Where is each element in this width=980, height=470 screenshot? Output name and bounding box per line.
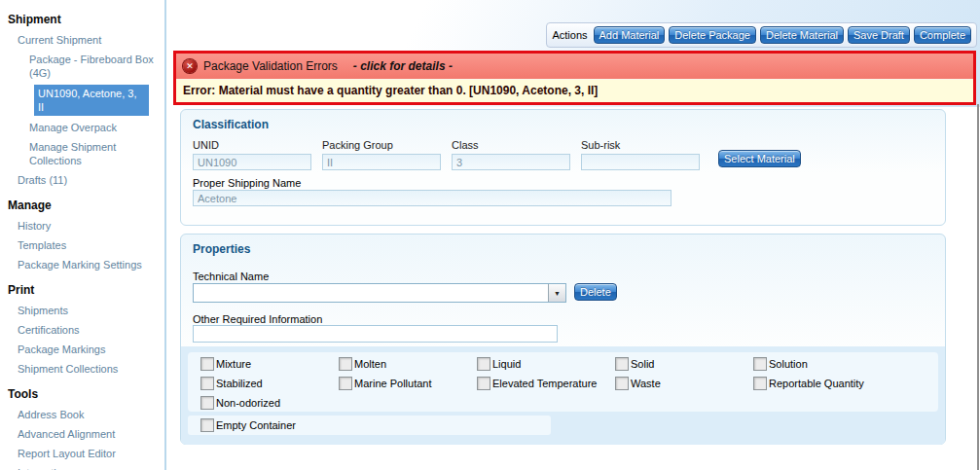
stabilized-checkbox[interactable] bbox=[200, 377, 214, 390]
sidebar-item-package-marking-settings[interactable]: Package Marking Settings bbox=[0, 255, 164, 274]
empty-container-row: Empty Container bbox=[188, 416, 551, 435]
field-unid: UNID bbox=[193, 139, 311, 170]
delete-package-button[interactable]: Delete Package bbox=[669, 26, 756, 44]
classification-fields: UNIDPacking GroupClassSub-risk bbox=[181, 110, 945, 225]
main-content: Actions Add MaterialDelete PackageDelete… bbox=[168, 0, 980, 470]
checkbox-label: Stabilized bbox=[216, 378, 263, 389]
chevron-down-icon[interactable]: ▼ bbox=[548, 284, 565, 302]
technical-name-select[interactable]: ▼ bbox=[193, 283, 566, 303]
mixture-checkbox[interactable] bbox=[200, 357, 214, 371]
packing-group-input bbox=[322, 154, 441, 170]
checkbox-label: Waste bbox=[631, 378, 661, 389]
sidebar-item-history[interactable]: History bbox=[0, 216, 164, 235]
proper-shipping-name-label: Proper Shipping Name bbox=[193, 177, 301, 189]
checkbox-label: Mixture bbox=[216, 358, 251, 370]
window-edge bbox=[977, 104, 979, 470]
technical-name-input[interactable] bbox=[194, 284, 548, 302]
waste-checkbox[interactable] bbox=[615, 377, 629, 390]
complete-button[interactable]: Complete bbox=[914, 26, 971, 44]
sidebar-item-package-markings[interactable]: Package Markings bbox=[0, 340, 164, 359]
save-draft-button[interactable]: Save Draft bbox=[848, 26, 910, 44]
checkbox-label: Elevated Temperature bbox=[492, 378, 597, 389]
properties-checkbox-area: MixtureMoltenLiquidSolidSolutionStabiliz… bbox=[181, 346, 945, 445]
checkbox-label: Molten bbox=[354, 358, 386, 370]
sidebar-item-drafts-11[interactable]: Drafts (11) bbox=[0, 170, 164, 190]
checkbox-item-non-odorized: Non-odorized bbox=[200, 396, 339, 410]
empty-container-checkbox[interactable] bbox=[200, 418, 214, 432]
select-material-button[interactable]: Select Material bbox=[718, 150, 801, 167]
sub-risk-input bbox=[581, 154, 700, 170]
checkbox-item-molten: Molten bbox=[339, 357, 477, 371]
checkbox-item-marine-pollutant: Marine Pollutant bbox=[339, 377, 477, 390]
sidebar-section-tools: Tools bbox=[0, 379, 164, 405]
checkbox-item-elevated-temperature: Elevated Temperature bbox=[477, 377, 615, 390]
field-label: Sub-risk bbox=[581, 139, 700, 151]
checkbox-item-waste: Waste bbox=[615, 377, 753, 390]
proper-shipping-name-input bbox=[193, 190, 671, 206]
field-label: Packing Group bbox=[322, 139, 441, 151]
delete-material-button[interactable]: Delete Material bbox=[760, 26, 844, 44]
molten-checkbox[interactable] bbox=[339, 357, 352, 371]
checkbox-grid: MixtureMoltenLiquidSolidSolutionStabiliz… bbox=[200, 354, 891, 413]
checkbox-item-stabilized: Stabilized bbox=[200, 377, 339, 390]
checkbox-item-solution: Solution bbox=[753, 357, 891, 371]
unid-input bbox=[193, 154, 311, 170]
field-packing-group: Packing Group bbox=[322, 139, 441, 170]
actions-label: Actions bbox=[552, 29, 587, 41]
sidebar-item-current-shipment[interactable]: Current Shipment bbox=[0, 30, 164, 50]
sidebar-item-address-book[interactable]: Address Book bbox=[0, 405, 164, 424]
sidebar-item-advanced-alignment[interactable]: Advanced Alignment bbox=[0, 424, 164, 444]
non-odorized-checkbox[interactable] bbox=[200, 396, 214, 410]
sidebar-item-manage-overpack[interactable]: Manage Overpack bbox=[0, 118, 164, 137]
checkbox-item-liquid: Liquid bbox=[477, 357, 615, 371]
add-material-button[interactable]: Add Material bbox=[594, 26, 666, 44]
other-required-info-input[interactable] bbox=[193, 325, 558, 343]
checkbox-label: Non-odorized bbox=[216, 397, 280, 409]
technical-name-label: Technical Name bbox=[193, 271, 269, 282]
properties-panel: Properties Technical Name ▼ Delete Other… bbox=[180, 234, 946, 445]
error-message: Error: Material must have a quantity gre… bbox=[176, 80, 973, 102]
other-required-info-label: Other Required Information bbox=[193, 313, 322, 325]
checkbox-item-reportable-quantity: Reportable Quantity bbox=[753, 377, 891, 390]
sidebar-item-report-layout-editor[interactable]: Report Layout Editor bbox=[0, 444, 164, 463]
error-x-circle-icon: ✕ bbox=[183, 59, 197, 73]
sidebar-section-manage: Manage bbox=[0, 190, 164, 216]
error-banner-header[interactable]: ✕ Package Validation Errors - click for … bbox=[176, 54, 973, 80]
classification-panel: Classification UNIDPacking GroupClassSub… bbox=[180, 109, 946, 226]
delete-button[interactable]: Delete bbox=[574, 283, 617, 301]
field-label: UNID bbox=[193, 139, 311, 151]
marine-pollutant-checkbox[interactable] bbox=[339, 377, 352, 390]
properties-title: Properties bbox=[193, 242, 250, 256]
sidebar-item-templates[interactable]: Templates bbox=[0, 235, 164, 255]
sidebar-section-shipment: Shipment bbox=[0, 4, 164, 30]
checkbox-item-mixture: Mixture bbox=[200, 357, 339, 371]
class-input bbox=[452, 154, 570, 170]
error-banner[interactable]: ✕ Package Validation Errors - click for … bbox=[173, 51, 976, 105]
checkbox-label: Reportable Quantity bbox=[769, 378, 864, 389]
sidebar-item-un1090-acetone-3-ii[interactable]: UN1090, Acetone, 3, II bbox=[34, 85, 149, 116]
checkbox-group-background: MixtureMoltenLiquidSolidSolutionStabiliz… bbox=[188, 352, 938, 412]
checkbox-label: Marine Pollutant bbox=[354, 378, 432, 389]
sidebar-item-certifications[interactable]: Certifications bbox=[0, 320, 164, 340]
sidebar-item-integration[interactable]: Integration bbox=[0, 463, 164, 470]
checkbox-label: Solid bbox=[631, 358, 654, 370]
solution-checkbox[interactable] bbox=[753, 357, 767, 371]
application-window: ShipmentCurrent ShipmentPackage - Fibreb… bbox=[0, 0, 980, 470]
elevated-temperature-checkbox[interactable] bbox=[477, 377, 490, 390]
field-class: Class bbox=[452, 139, 570, 170]
error-banner-details-link[interactable]: - click for details - bbox=[353, 59, 453, 73]
sidebar-item-shipments[interactable]: Shipments bbox=[0, 301, 164, 320]
reportable-quantity-checkbox[interactable] bbox=[753, 377, 767, 390]
sidebar-item-package-fibreboard-box-4g[interactable]: Package - Fibreboard Box (4G) bbox=[0, 50, 164, 83]
liquid-checkbox[interactable] bbox=[477, 357, 490, 371]
field-label: Class bbox=[452, 139, 570, 151]
sidebar-section-print: Print bbox=[0, 274, 164, 301]
checkbox-item-solid: Solid bbox=[615, 357, 753, 371]
checkbox-label: Empty Container bbox=[216, 419, 296, 431]
solid-checkbox[interactable] bbox=[615, 357, 629, 371]
actions-toolbar: Actions Add MaterialDelete PackageDelete… bbox=[546, 22, 977, 48]
sidebar-item-shipment-collections[interactable]: Shipment Collections bbox=[0, 359, 164, 379]
sidebar-item-manage-shipment-collections[interactable]: Manage Shipment Collections bbox=[0, 137, 164, 170]
checkbox-label: Liquid bbox=[492, 358, 521, 370]
field-sub-risk: Sub-risk bbox=[581, 139, 700, 170]
